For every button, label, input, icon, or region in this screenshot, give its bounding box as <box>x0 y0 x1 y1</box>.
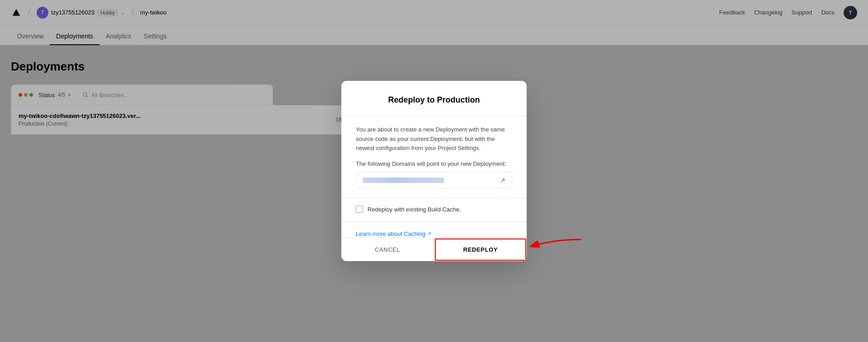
learn-more-link[interactable]: Learn more about Caching ↗ <box>356 230 431 237</box>
external-link-icon[interactable]: ↗ <box>500 177 505 184</box>
domain-box: ↗ <box>356 172 512 189</box>
redeploy-button[interactable]: REDEPLOY <box>434 238 527 261</box>
learn-more-text: Learn more about Caching <box>356 230 425 237</box>
modal-overlay: Redeploy to Production You are about to … <box>0 0 868 342</box>
modal-divider-2 <box>341 198 527 198</box>
modal-divider-1 <box>341 116 527 116</box>
modal: Redeploy to Production You are about to … <box>341 81 527 261</box>
checkbox-row: Redeploy with existing Build Cache. <box>356 206 512 213</box>
modal-actions: CANCEL REDEPLOY <box>341 238 527 261</box>
domains-label: The following Domains will point to your… <box>356 160 512 167</box>
learn-more-external-icon: ↗ <box>427 231 431 237</box>
domain-placeholder <box>363 178 444 183</box>
arrow-annotation <box>527 230 585 255</box>
build-cache-checkbox[interactable] <box>356 206 363 213</box>
modal-body-text: You are about to create a new Deployment… <box>356 125 512 153</box>
cancel-button[interactable]: CANCEL <box>341 238 434 261</box>
modal-title: Redeploy to Production <box>356 95 512 105</box>
modal-divider-3 <box>341 222 527 222</box>
checkbox-label: Redeploy with existing Build Cache. <box>368 206 461 213</box>
